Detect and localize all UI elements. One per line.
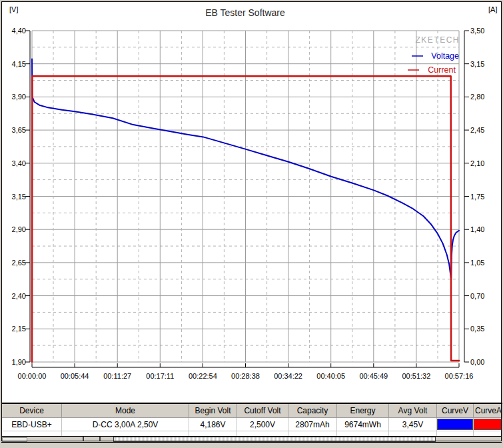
svg-text:0,70: 0,70 — [470, 292, 484, 300]
svg-text:2,65: 2,65 — [12, 259, 26, 267]
svg-text:0,00: 0,00 — [470, 358, 484, 366]
svg-text:4,40: 4,40 — [12, 27, 26, 35]
svg-text:00:05:44: 00:05:44 — [61, 372, 89, 380]
col-curve-a: CurveA — [474, 403, 502, 418]
col-begin-volt: Begin Volt — [189, 403, 237, 418]
col-cutoff-volt: Cutoff Volt — [237, 403, 288, 418]
chart-panel-bg — [2, 2, 501, 402]
svg-text:00:45:49: 00:45:49 — [359, 372, 388, 380]
table-row[interactable]: EBD-USB+ D-CC 3,00A 2,50V 4,186V 2,500V … — [2, 418, 502, 431]
results-table: Device Mode Begin Volt Cutoff Volt Capac… — [1, 403, 502, 437]
scrollbar-thumb[interactable] — [113, 437, 436, 442]
right-axis-unit: [A] — [488, 5, 497, 13]
svg-text:2,90: 2,90 — [12, 225, 26, 233]
svg-text:00:51:32: 00:51:32 — [402, 372, 430, 380]
device-cell: EBD-USB+ — [2, 418, 62, 431]
svg-text:00:34:22: 00:34:22 — [274, 372, 302, 380]
svg-text:3,15: 3,15 — [470, 60, 484, 68]
svg-text:2,40: 2,40 — [12, 292, 26, 300]
svg-text:3,40: 3,40 — [12, 159, 26, 167]
scrollbar-tick-1 — [83, 437, 84, 441]
svg-text:4,15: 4,15 — [12, 60, 26, 68]
discharge-chart: 4,404,153,903,653,403,152,902,652,402,15… — [0, 0, 503, 403]
svg-text:3,90: 3,90 — [12, 93, 26, 101]
svg-text:1,05: 1,05 — [470, 259, 484, 267]
col-avg-volt: Avg Volt — [389, 403, 437, 418]
svg-text:3,15: 3,15 — [12, 193, 26, 201]
svg-text:00:00:00: 00:00:00 — [18, 372, 47, 380]
svg-text:00:11:27: 00:11:27 — [103, 372, 131, 380]
avg-volt-cell: 3,45V — [389, 418, 437, 431]
svg-text:1,75: 1,75 — [470, 193, 484, 201]
chart-title: EB Tester Software — [205, 7, 285, 18]
svg-text:2,15: 2,15 — [12, 325, 26, 333]
svg-text:00:57:16: 00:57:16 — [445, 372, 474, 380]
svg-text:0,35: 0,35 — [470, 325, 484, 333]
horizontal-scrollbar[interactable] — [1, 436, 502, 443]
legend-voltage-label: Voltage — [431, 51, 459, 61]
svg-text:2,45: 2,45 — [470, 126, 484, 134]
mode-cell: D-CC 3,00A 2,50V — [62, 418, 189, 431]
current-color-swatch[interactable] — [474, 419, 502, 430]
x-axis-labels: 00:00:0000:05:4400:11:2700:17:1100:22:54… — [18, 372, 474, 380]
watermark: ZKETECH — [415, 35, 460, 45]
col-curve-v: CurveV — [437, 403, 474, 418]
grid-lines — [32, 31, 459, 362]
svg-text:00:28:38: 00:28:38 — [231, 372, 260, 380]
svg-text:00:22:54: 00:22:54 — [189, 372, 217, 380]
results-table-wrap: Device Mode Begin Volt Cutoff Volt Capac… — [1, 403, 502, 437]
svg-text:3,65: 3,65 — [12, 126, 26, 134]
begin-volt-cell: 4,186V — [189, 418, 237, 431]
cutoff-volt-cell: 2,500V — [237, 418, 288, 431]
col-capacity: Capacity — [288, 403, 337, 418]
left-axis-unit: [V] — [9, 5, 18, 13]
col-mode: Mode — [62, 403, 189, 418]
energy-cell: 9674mWh — [337, 418, 389, 431]
svg-text:1,40: 1,40 — [470, 225, 484, 233]
svg-text:3,50: 3,50 — [470, 27, 484, 35]
capacity-cell: 2807mAh — [288, 418, 337, 431]
scrollbar-tick-2 — [99, 437, 101, 441]
svg-text:1,90: 1,90 — [12, 358, 26, 366]
col-energy: Energy — [337, 403, 389, 418]
col-device: Device — [2, 403, 62, 418]
table-header-row: Device Mode Begin Volt Cutoff Volt Capac… — [2, 403, 502, 418]
scrollbar-left-button[interactable] — [2, 437, 27, 442]
curve-v-cell — [437, 418, 474, 431]
svg-text:00:17:11: 00:17:11 — [146, 372, 174, 380]
curve-a-cell — [474, 418, 502, 431]
voltage-color-swatch[interactable] — [437, 419, 473, 430]
legend-current-label: Current — [428, 65, 456, 75]
svg-text:2,80: 2,80 — [470, 93, 484, 101]
svg-text:2,10: 2,10 — [470, 159, 484, 167]
svg-text:00:40:05: 00:40:05 — [316, 372, 345, 380]
